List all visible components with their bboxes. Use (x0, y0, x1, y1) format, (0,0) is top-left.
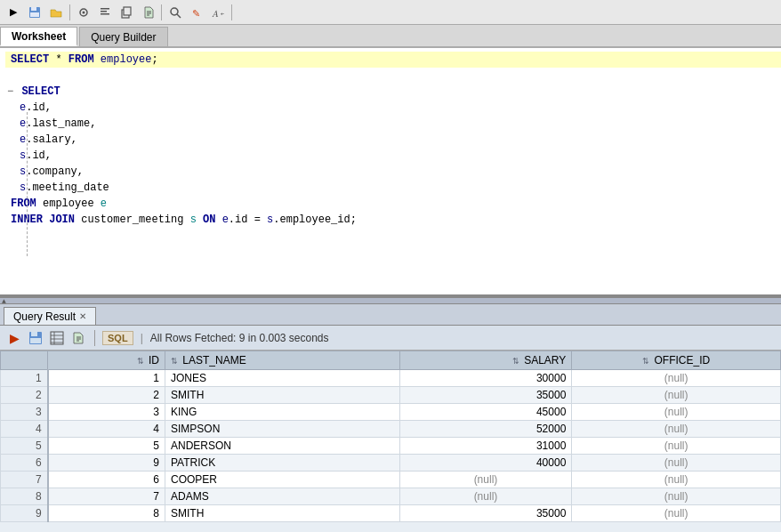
row-num-cell: 9 (1, 505, 48, 522)
sep2 (161, 4, 162, 20)
id-cell: 9 (48, 455, 165, 472)
svg-rect-18 (31, 332, 37, 336)
lastname-cell: ADAMS (165, 488, 400, 505)
lastname-cell: ANDERSON (165, 438, 400, 455)
sql-line-8: s.company, (5, 164, 781, 180)
tab-query-builder[interactable]: Query Builder (79, 27, 167, 46)
col-header-salary[interactable]: ⇅ SALARY (399, 351, 572, 370)
panel-splitter[interactable]: ▲ (0, 297, 781, 304)
table-body: 11JONES30000(null)22SMITH35000(null)33KI… (1, 370, 781, 522)
table-row: 11JONES30000(null) (1, 370, 781, 387)
result-panel: Query Result ✕ ▶ SQL | All Rows Fetched:… (0, 304, 781, 532)
run-button[interactable]: ▶ (4, 3, 23, 22)
svg-line-14 (177, 14, 181, 18)
result-save-btn[interactable] (27, 329, 44, 347)
table-row: 76COOPER(null)(null) (1, 472, 781, 488)
salary-cell: 52000 (399, 421, 572, 438)
editor-tabs-bar: Worksheet Query Builder (0, 25, 781, 48)
id-cell: 8 (48, 505, 165, 522)
save-button[interactable] (25, 3, 44, 22)
sort-icon-ln: ⇅ (171, 357, 178, 366)
officeid-cell: (null) (572, 488, 781, 505)
btn5[interactable] (95, 3, 115, 22)
btn6[interactable] (117, 3, 136, 22)
salary-cell: 31000 (399, 438, 572, 455)
table-row: 98SMITH35000(null) (1, 505, 781, 522)
salary-cell: (null) (399, 488, 572, 505)
result-run-btn[interactable]: ▶ (5, 329, 23, 347)
table-row: 33KING45000(null) (1, 404, 781, 421)
svg-point-13 (171, 8, 178, 15)
id-cell: 4 (48, 421, 165, 438)
id-cell: 6 (48, 472, 165, 488)
id-cell: 7 (48, 488, 165, 505)
officeid-cell: (null) (572, 370, 781, 387)
svg-rect-6 (101, 11, 107, 12)
result-toolbar: ▶ SQL | All Rows Fetched: 9 in 0.003 sec… (0, 326, 781, 351)
btn9[interactable]: ✎ (187, 3, 206, 22)
collapse-indicator[interactable]: − (7, 85, 13, 98)
officeid-cell: (null) (572, 438, 781, 455)
sql-badge[interactable]: SQL (102, 331, 133, 345)
officeid-cell: (null) (572, 404, 781, 421)
row-num-cell: 1 (1, 370, 48, 387)
svg-point-4 (83, 11, 85, 13)
sql-line-5: e.last_name, (5, 116, 781, 132)
id-cell: 1 (48, 370, 165, 387)
id-cell: 2 (48, 387, 165, 404)
col-header-officeid[interactable]: ⇅ OFFICE_ID (572, 351, 781, 370)
data-grid[interactable]: ⇅ ID ⇅ LAST_NAME ⇅ SALARY ⇅ OFFICE_ID (0, 351, 781, 532)
svg-rect-1 (31, 7, 36, 11)
result-export-btn[interactable] (69, 329, 87, 347)
row-num-cell: 8 (1, 488, 48, 505)
id-cell: 3 (48, 404, 165, 421)
tab-worksheet[interactable]: Worksheet (0, 27, 77, 46)
sort-icon-sal: ⇅ (512, 357, 519, 366)
close-result-tab[interactable]: ✕ (79, 311, 86, 321)
btn10[interactable]: 𝐴↔ (208, 3, 228, 22)
col-rownum (1, 351, 48, 370)
salary-cell: 35000 (399, 505, 572, 522)
svg-rect-7 (101, 13, 109, 15)
open-button[interactable] (46, 3, 66, 22)
lastname-cell: SMITH (165, 505, 400, 522)
svg-rect-19 (30, 338, 41, 343)
officeid-cell: (null) (572, 455, 781, 472)
lastname-cell: SIMPSON (165, 421, 400, 438)
lastname-cell: JONES (165, 370, 400, 387)
result-tab-label: Query Result (13, 310, 76, 323)
sql-line-2 (5, 68, 781, 84)
salary-cell: (null) (399, 472, 572, 488)
btn7[interactable] (138, 3, 157, 22)
col-header-id[interactable]: ⇅ ID (48, 351, 165, 370)
officeid-cell: (null) (572, 421, 781, 438)
table-row: 87ADAMS(null)(null) (1, 488, 781, 505)
table-row: 44SIMPSON52000(null) (1, 421, 781, 438)
table-row: 22SMITH35000(null) (1, 387, 781, 404)
svg-text:𝐴↔: 𝐴↔ (212, 8, 224, 19)
row-num-cell: 2 (1, 387, 48, 404)
find-button[interactable] (165, 3, 185, 22)
sort-icon-id: ⇅ (137, 357, 144, 366)
result-table: ⇅ ID ⇅ LAST_NAME ⇅ SALARY ⇅ OFFICE_ID (0, 351, 781, 522)
sql-line-9: s.meeting_date (5, 180, 781, 196)
table-header: ⇅ ID ⇅ LAST_NAME ⇅ SALARY ⇅ OFFICE_ID (1, 351, 781, 370)
lastname-cell: COOPER (165, 472, 400, 488)
btn4[interactable] (74, 3, 93, 22)
officeid-cell: (null) (572, 505, 781, 522)
result-grid-btn[interactable] (48, 329, 66, 347)
sort-icon-off: ⇅ (642, 357, 649, 366)
svg-rect-2 (30, 12, 39, 17)
svg-text:✎: ✎ (192, 8, 200, 19)
sql-line-6: e.salary, (5, 132, 781, 148)
tab-query-result[interactable]: Query Result ✕ (4, 307, 96, 325)
sql-line-1: SELECT * FROM employee; (5, 52, 781, 68)
sep3 (231, 4, 232, 20)
salary-cell: 40000 (399, 455, 572, 472)
lastname-cell: SMITH (165, 387, 400, 404)
result-status: All Rows Fetched: 9 in 0.003 seconds (150, 332, 329, 344)
col-header-lastname[interactable]: ⇅ LAST_NAME (165, 351, 400, 370)
salary-cell: 45000 (399, 404, 572, 421)
result-tabs-bar: Query Result ✕ (0, 304, 781, 326)
sql-editor[interactable]: SELECT * FROM employee; − SELECT e.id, e… (0, 48, 781, 297)
